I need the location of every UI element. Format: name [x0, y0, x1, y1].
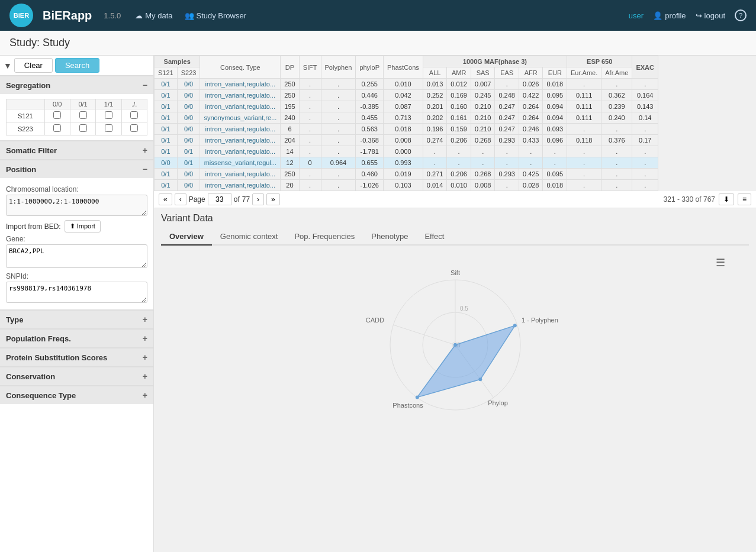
variant-data-section: Variant Data Overview Genomic context Po…: [154, 208, 756, 552]
svg-point-13: [478, 377, 482, 381]
svg-line-7: [393, 325, 455, 345]
chart-menu-icon[interactable]: ☰: [716, 256, 725, 269]
type-header[interactable]: Type +: [0, 310, 153, 328]
somatic-filter-expand-icon: +: [143, 146, 147, 155]
protein-sub-header[interactable]: Protein Substitution Scores +: [0, 348, 153, 366]
svg-marker-10: [417, 325, 514, 397]
chart-area: ☰: [161, 250, 749, 434]
clear-button[interactable]: Clear: [14, 58, 53, 73]
snpid-input[interactable]: rs9988179,rs140361978: [6, 282, 147, 303]
seg-row-s121: S121: [7, 109, 147, 122]
help-button[interactable]: ?: [735, 9, 747, 21]
protein-sub-label: Protein Substitution Scores: [6, 353, 107, 362]
position-section: Position − Chromosomal location: 1:1-100…: [0, 159, 153, 309]
tab-phenotype[interactable]: Phenotype: [363, 228, 416, 246]
radar-chart: 0.5 0: [331, 256, 580, 428]
s223-11-checkbox[interactable]: [105, 124, 112, 132]
svg-point-15: [453, 343, 457, 347]
svg-text:0.5: 0.5: [460, 305, 468, 312]
afr-ame-col-header: Afr.Ame: [601, 67, 632, 79]
svg-text:Phylop: Phylop: [488, 399, 508, 406]
consequence-type-header[interactable]: Consequence Type +: [0, 386, 153, 404]
afr-col-header: AFR: [519, 67, 543, 79]
table-row[interactable]: 0/10/0intron_variant,regulato...195..-0.…: [155, 101, 658, 112]
of-label: of: [234, 195, 240, 204]
tab-effect[interactable]: Effect: [416, 228, 452, 246]
next-page-button[interactable]: ›: [252, 193, 264, 205]
consequence-type-label: Consequence Type: [6, 391, 76, 400]
variant-data-title: Variant Data: [161, 213, 749, 224]
total-pages: 77: [242, 195, 250, 204]
variants-table: Samples Conseq. Type DP SIFT Polyphen ph…: [154, 56, 658, 191]
table-row[interactable]: 0/10/0intron_variant,regulato...6..0.563…: [155, 124, 658, 135]
table-row[interactable]: 0/10/1intron_variant,regulato...14..-1.7…: [155, 146, 658, 157]
sidebar: ▼ Clear Search Segregation − 0/0 0/1 1/1: [0, 56, 154, 552]
profile-link[interactable]: 👤 profile: [653, 11, 686, 20]
gene-input[interactable]: BRCA2,PPL: [6, 244, 147, 268]
download-button[interactable]: ⬇: [719, 193, 734, 205]
seg-header-dot: ./.: [121, 99, 147, 109]
position-header[interactable]: Position −: [0, 160, 153, 178]
eas-col-header: EAS: [495, 67, 519, 79]
s223-dot-checkbox[interactable]: [130, 124, 138, 132]
table-row[interactable]: 0/00/1missense_variant,regul...1200.9640…: [155, 157, 658, 169]
s121-dot-checkbox[interactable]: [130, 111, 138, 119]
table-row[interactable]: 0/10/0intron_variant,regulato...250..0.4…: [155, 169, 658, 180]
pagination-right: 321 - 330 of 767 ⬇ ≡: [664, 193, 751, 205]
my-data-label: My data: [145, 11, 172, 20]
phylop-header: phyloP: [356, 56, 384, 79]
type-label: Type: [6, 315, 23, 324]
logout-icon: ↪: [696, 11, 702, 20]
consequence-type-section: Consequence Type +: [0, 385, 153, 404]
user-link[interactable]: user: [629, 11, 644, 20]
tab-pop-frequencies[interactable]: Pop. Frequencies: [286, 228, 363, 246]
study-browser-link[interactable]: 👥 Study Browser: [185, 11, 247, 20]
chromosomal-label: Chromosomal location:: [6, 185, 147, 193]
tab-overview[interactable]: Overview: [161, 228, 212, 246]
segregation-content: 0/0 0/1 1/1 ./. S121: [0, 94, 153, 140]
app-version: 1.5.0: [104, 11, 121, 20]
s121-11-checkbox[interactable]: [105, 111, 112, 119]
prev-page-button[interactable]: ‹: [175, 193, 186, 205]
import-button[interactable]: ⬆ Import: [65, 220, 101, 233]
type-expand-icon: +: [143, 315, 147, 324]
main-layout: ▼ Clear Search Segregation − 0/0 0/1 1/1: [0, 56, 756, 552]
conservation-label: Conservation: [6, 372, 55, 381]
s121-01-checkbox[interactable]: [79, 111, 87, 119]
table-row[interactable]: 0/10/0intron_variant,regulato...250..0.4…: [155, 90, 658, 101]
conseq-header: Conseq. Type: [200, 56, 281, 79]
page-label: Page: [189, 195, 205, 204]
s223-00-checkbox[interactable]: [53, 124, 61, 132]
page-input[interactable]: [208, 193, 231, 205]
profile-label: profile: [665, 11, 686, 20]
columns-button[interactable]: ≡: [738, 193, 751, 205]
main-nav: ☁ My data 👥 Study Browser: [135, 11, 246, 20]
app-header: BiER BiERapp 1.5.0 ☁ My data 👥 Study Bro…: [0, 0, 756, 31]
segregation-header[interactable]: Segregation −: [0, 76, 153, 94]
table-row[interactable]: 0/10/0intron_variant,regulato...204..-0.…: [155, 135, 658, 146]
upload-icon: ⬆: [70, 222, 75, 230]
first-page-button[interactable]: «: [159, 193, 172, 205]
logout-link[interactable]: ↪ logout: [696, 11, 725, 20]
position-content: Chromosomal location: 1:1-1000000,2:1-10…: [0, 178, 153, 309]
conservation-header[interactable]: Conservation +: [0, 367, 153, 385]
table-row[interactable]: 0/10/0intron_variant,regulato...20..-1.0…: [155, 180, 658, 191]
tab-genomic-context[interactable]: Genomic context: [212, 228, 287, 246]
population-freqs-header[interactable]: Population Freqs. +: [0, 329, 153, 347]
pagination-left: « ‹ Page of 77 › »: [159, 193, 280, 205]
s223-01-checkbox[interactable]: [79, 124, 87, 132]
samples-group-header: Samples: [155, 56, 200, 67]
chromosomal-input[interactable]: 1:1-1000000,2:1-1000000: [6, 195, 147, 216]
cloud-icon: ☁: [135, 11, 143, 20]
s121-00-checkbox[interactable]: [53, 111, 61, 119]
seg-header-0/0: 0/0: [44, 99, 70, 109]
my-data-link[interactable]: ☁ My data: [135, 11, 172, 20]
somatic-filter-header[interactable]: Somatic Filter +: [0, 141, 153, 159]
table-row[interactable]: 0/10/0intron_variant,regulato...250..0.2…: [155, 79, 658, 90]
last-page-button[interactable]: »: [266, 193, 280, 205]
table-row[interactable]: 0/10/0synonymous_variant,re...240..0.455…: [155, 112, 658, 124]
search-button[interactable]: Search: [55, 58, 99, 73]
segregation-table: 0/0 0/1 1/1 ./. S121: [6, 99, 147, 135]
exac-header: EXAC: [632, 56, 658, 79]
conservation-section: Conservation +: [0, 366, 153, 385]
